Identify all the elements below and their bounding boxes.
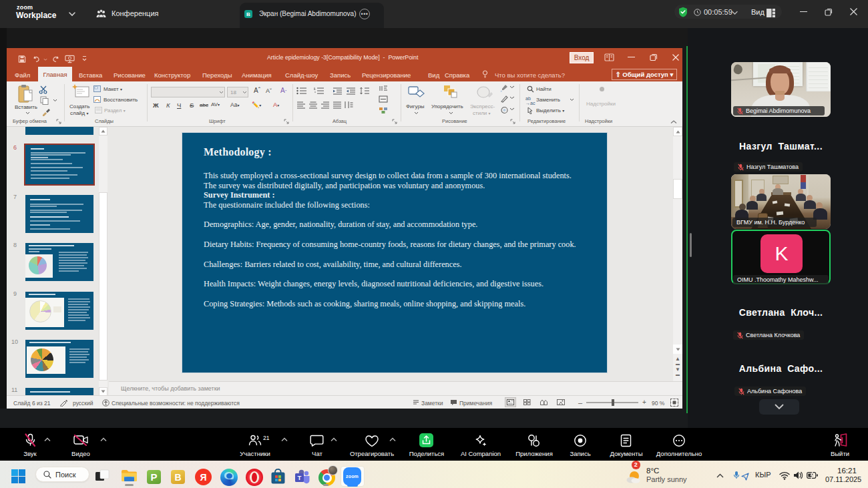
- svg-text:T: T: [298, 474, 302, 481]
